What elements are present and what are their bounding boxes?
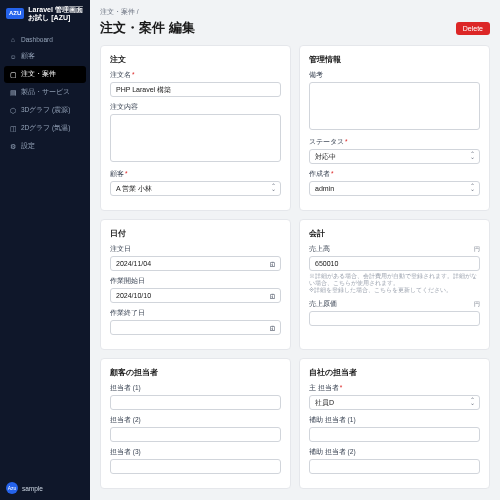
- end-date-input[interactable]: [110, 320, 281, 335]
- brand-logo: AZU: [6, 8, 24, 19]
- home-icon: ⌂: [9, 35, 17, 43]
- status-label: ステータス: [309, 138, 480, 147]
- cost-input[interactable]: [309, 311, 480, 326]
- sidebar: AZU Laravel 管理画面 お試し [AZU] ⌂Dashboard ☺顧…: [0, 0, 90, 500]
- delete-button[interactable]: Delete: [456, 22, 490, 35]
- box-icon: ▢: [9, 71, 17, 79]
- card-accounting: 会計 売上高円 ※詳細がある場合、会計費用が自動で登録されます。詳細がない場合、…: [299, 219, 490, 350]
- note-label: 備考: [309, 71, 480, 80]
- own-pic-title: 自社の担当者: [309, 367, 480, 378]
- nav-customers[interactable]: ☺顧客: [4, 48, 86, 65]
- cust-p2-input[interactable]: [110, 427, 281, 442]
- card-acc-title: 会計: [309, 228, 480, 239]
- card-dates-title: 日付: [110, 228, 281, 239]
- chart-icon: ◫: [9, 125, 17, 133]
- sidebar-footer[interactable]: Azu sample: [0, 476, 90, 500]
- nav-settings[interactable]: ⚙設定: [4, 138, 86, 155]
- status-select[interactable]: 対応中: [309, 149, 480, 164]
- page-header: 注文・案件 編集 Delete: [100, 19, 490, 37]
- card-order-title: 注文: [110, 54, 281, 65]
- page-title: 注文・案件 編集: [100, 19, 195, 37]
- nav: ⌂Dashboard ☺顧客 ▢注文・案件 ▤製品・サービス ⬡3Dグラフ (震…: [0, 27, 90, 476]
- sales-input[interactable]: [309, 256, 480, 271]
- cust-p2-label: 担当者 (2): [110, 416, 281, 425]
- brand-title: Laravel 管理画面 お試し [AZU]: [28, 6, 82, 21]
- sales-label: 売上高円: [309, 245, 480, 254]
- cust-p3-input[interactable]: [110, 459, 281, 474]
- gear-icon: ⚙: [9, 143, 17, 151]
- nav-dashboard[interactable]: ⌂Dashboard: [4, 31, 86, 47]
- order-name-input[interactable]: [110, 82, 281, 97]
- cust-pic-title: 顧客の担当者: [110, 367, 281, 378]
- own-main-select[interactable]: 社員D: [309, 395, 480, 410]
- creator-label: 作成者: [309, 170, 480, 179]
- sales-hint: ※詳細がある場合、会計費用が自動で登録されます。詳細がない場合、こちらが使用され…: [309, 273, 480, 294]
- card-own-pic: 自社の担当者 主 担当者 社員D ⌃⌄ 補助 担当者 (1) 補助 担当者 (2…: [299, 358, 490, 489]
- own-sub1-label: 補助 担当者 (1): [309, 416, 480, 425]
- card-order: 注文 注文名 注文内容 顧客 A 営業 小林 ⌃⌄: [100, 45, 291, 211]
- main: 注文・案件 / 注文・案件 編集 Delete 注文 注文名 注文内容 顧客: [90, 0, 500, 500]
- creator-select[interactable]: admin: [309, 181, 480, 196]
- nav-products[interactable]: ▤製品・サービス: [4, 84, 86, 101]
- card-customer-pic: 顧客の担当者 担当者 (1) 担当者 (2) 担当者 (3): [100, 358, 291, 489]
- grid-icon: ▤: [9, 89, 17, 97]
- cust-p1-input[interactable]: [110, 395, 281, 410]
- order-customer-label: 顧客: [110, 170, 281, 179]
- cube-icon: ⬡: [9, 107, 17, 115]
- own-sub2-input[interactable]: [309, 459, 480, 474]
- nav-2d[interactable]: ◫2Dグラフ (気温): [4, 120, 86, 137]
- card-dates: 日付 注文日 🗓 作業開始日 🗓 作業終了日: [100, 219, 291, 350]
- order-content-label: 注文内容: [110, 103, 281, 112]
- card-mgmt-title: 管理情報: [309, 54, 480, 65]
- end-date-label: 作業終了日: [110, 309, 281, 318]
- start-date-input[interactable]: [110, 288, 281, 303]
- breadcrumb[interactable]: 注文・案件 /: [100, 8, 490, 17]
- own-sub2-label: 補助 担当者 (2): [309, 448, 480, 457]
- user-name: sample: [22, 485, 43, 492]
- note-input[interactable]: [309, 82, 480, 130]
- cust-p1-label: 担当者 (1): [110, 384, 281, 393]
- own-sub1-input[interactable]: [309, 427, 480, 442]
- order-content-input[interactable]: [110, 114, 281, 162]
- brand: AZU Laravel 管理画面 お試し [AZU]: [0, 0, 90, 27]
- order-date-label: 注文日: [110, 245, 281, 254]
- order-date-input[interactable]: [110, 256, 281, 271]
- own-main-label: 主 担当者: [309, 384, 480, 393]
- avatar: Azu: [6, 482, 18, 494]
- cost-label: 売上原価円: [309, 300, 480, 309]
- nav-orders[interactable]: ▢注文・案件: [4, 66, 86, 83]
- order-customer-select[interactable]: A 営業 小林: [110, 181, 281, 196]
- cust-p3-label: 担当者 (3): [110, 448, 281, 457]
- start-date-label: 作業開始日: [110, 277, 281, 286]
- order-name-label: 注文名: [110, 71, 281, 80]
- user-icon: ☺: [9, 53, 17, 61]
- nav-3d[interactable]: ⬡3Dグラフ (震源): [4, 102, 86, 119]
- card-mgmt: 管理情報 備考 ステータス 対応中 ⌃⌄ 作成者 admin ⌃⌄: [299, 45, 490, 211]
